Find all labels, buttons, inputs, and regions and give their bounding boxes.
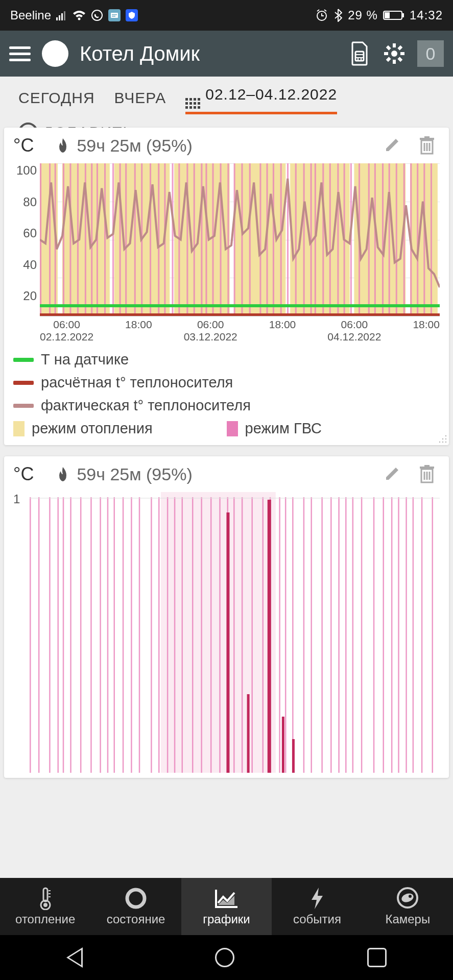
menu-button[interactable] — [9, 46, 31, 61]
chart-card-2: °C 59ч 25м (95%) 1 — [4, 456, 449, 778]
svg-rect-136 — [311, 497, 312, 773]
svg-rect-148 — [413, 497, 414, 773]
flame-icon — [56, 466, 69, 482]
tab-today[interactable]: СЕГОДНЯ — [18, 89, 95, 111]
home-button[interactable] — [215, 948, 234, 967]
nav-charts[interactable]: графики — [181, 878, 272, 935]
back-button[interactable] — [66, 947, 83, 968]
settings-icon[interactable] — [383, 42, 406, 65]
svg-rect-1 — [59, 15, 60, 20]
svg-rect-102 — [161, 492, 276, 773]
svg-rect-135 — [303, 497, 305, 773]
svg-rect-140 — [345, 497, 347, 773]
svg-point-163 — [127, 890, 145, 907]
nav-status[interactable]: состояние — [90, 878, 181, 935]
tab-yesterday[interactable]: ВЧЕРА — [114, 89, 166, 111]
resize-handle-icon[interactable] — [437, 433, 447, 443]
edit-button[interactable] — [384, 136, 404, 155]
delete-button[interactable] — [419, 136, 440, 155]
alarm-icon — [315, 9, 328, 22]
svg-rect-103 — [30, 497, 31, 773]
svg-rect-53 — [125, 163, 127, 316]
android-status-bar: Beeline 29 % 14:32 — [0, 0, 453, 31]
svg-rect-158 — [43, 888, 47, 901]
tab-range[interactable]: 02.12–04.12.2022 — [185, 86, 337, 114]
android-nav-bar — [0, 935, 453, 980]
svg-rect-90 — [396, 163, 397, 316]
nav-heating[interactable]: отопление — [0, 878, 90, 935]
svg-rect-132 — [279, 497, 280, 773]
svg-rect-147 — [406, 497, 407, 773]
svg-rect-120 — [174, 497, 176, 773]
flame-icon — [56, 137, 69, 154]
svg-rect-81 — [329, 163, 331, 316]
svg-rect-145 — [391, 497, 393, 773]
burn-time-label: 59ч 25м (95%) — [77, 464, 192, 484]
clock-label: 14:32 — [410, 8, 443, 22]
content-scroll[interactable]: СЕГОДНЯ ВЧЕРА 02.12–04.12.2022 + ДОБАВИТ… — [0, 77, 453, 878]
legend-swatch — [13, 358, 34, 362]
svg-rect-141 — [352, 497, 354, 773]
edit-button[interactable] — [384, 465, 404, 483]
sim-icon[interactable] — [348, 42, 371, 65]
nav-cameras[interactable]: Камеры — [363, 878, 453, 935]
svg-point-166 — [409, 895, 412, 898]
svg-rect-121 — [182, 497, 183, 773]
svg-point-5 — [92, 10, 102, 20]
svg-point-18 — [391, 51, 397, 57]
svg-rect-144 — [383, 497, 384, 773]
svg-rect-98 — [424, 465, 430, 467]
chart-1[interactable]: 10080604020 06:0002.12.2022 18:00 06:000… — [13, 163, 440, 342]
legend: Т на датчике расчётная t° теплоносителя … — [13, 348, 440, 440]
nav-events[interactable]: события — [272, 878, 362, 935]
svg-rect-73 — [273, 163, 274, 316]
svg-rect-151 — [226, 512, 229, 773]
notif-icon-2 — [126, 9, 138, 21]
svg-rect-12 — [402, 13, 404, 17]
svg-rect-149 — [421, 497, 423, 773]
svg-rect-8 — [112, 16, 115, 17]
legend-swatch — [13, 404, 34, 408]
thermometer-icon — [37, 887, 54, 910]
svg-rect-56 — [150, 163, 151, 316]
svg-rect-88 — [382, 163, 384, 316]
series-calc-t — [40, 313, 440, 316]
unit-label: °C — [13, 135, 34, 156]
wifi-icon — [73, 10, 86, 20]
alerts-badge[interactable]: 0 — [417, 40, 444, 67]
calendar-grid-icon — [185, 98, 200, 109]
svg-rect-51 — [112, 163, 114, 316]
chart-2[interactable]: 1 — [13, 492, 440, 773]
bluetooth-icon — [333, 9, 343, 22]
battery-percent: 29 % — [348, 8, 378, 22]
app-header: Котел Домик 0 — [0, 31, 453, 77]
svg-rect-29 — [424, 136, 430, 138]
svg-rect-138 — [330, 497, 332, 773]
recents-button[interactable] — [367, 948, 387, 967]
svg-rect-95 — [431, 163, 432, 316]
svg-rect-22 — [400, 52, 404, 55]
svg-rect-116 — [139, 497, 140, 773]
svg-rect-143 — [373, 497, 375, 773]
svg-rect-26 — [397, 57, 402, 62]
svg-rect-62 — [194, 163, 195, 316]
svg-point-165 — [400, 892, 415, 903]
svg-rect-48 — [91, 163, 92, 316]
svg-rect-68 — [234, 163, 235, 316]
svg-rect-25 — [386, 45, 391, 51]
svg-rect-89 — [389, 163, 390, 316]
period-tabs: СЕГОДНЯ ВЧЕРА 02.12–04.12.2022 — [0, 86, 453, 114]
svg-rect-150 — [432, 497, 433, 773]
legend-swatch — [13, 381, 34, 385]
svg-rect-122 — [192, 497, 194, 773]
burn-time-label: 59ч 25м (95%) — [77, 136, 192, 156]
battery-icon — [383, 10, 404, 21]
svg-rect-125 — [219, 497, 221, 773]
chart-icon — [214, 887, 240, 910]
svg-rect-105 — [49, 497, 51, 773]
device-avatar[interactable] — [42, 40, 68, 67]
delete-button[interactable] — [419, 465, 440, 483]
svg-rect-11 — [385, 12, 390, 18]
svg-rect-82 — [337, 163, 339, 316]
svg-rect-7 — [112, 14, 117, 15]
